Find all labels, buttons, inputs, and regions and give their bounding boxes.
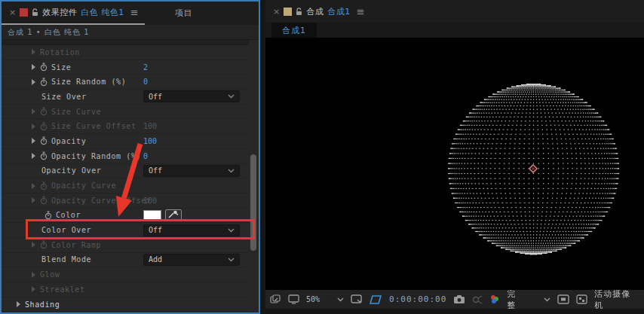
dropdown-value: Off — [149, 93, 162, 101]
property-row-shading[interactable]: Shading — [2, 297, 249, 312]
transparency-grid-icon[interactable] — [576, 294, 587, 304]
panel-menu-icon[interactable]: ≡ — [357, 6, 365, 17]
property-label: Opacity Random (%) — [51, 152, 141, 160]
property-value[interactable]: 0 — [143, 78, 148, 86]
dropdown-blend-mode[interactable]: Add — [143, 254, 240, 266]
dropdown-value: Off — [149, 166, 162, 175]
layer-color-label[interactable] — [20, 8, 28, 17]
region-of-interest-icon[interactable] — [351, 294, 363, 305]
stopwatch-icon[interactable] — [40, 196, 48, 205]
property-label: Size Over — [41, 93, 87, 101]
composition-viewer[interactable] — [265, 38, 644, 290]
mask-visibility-icon[interactable] — [370, 294, 382, 305]
property-row-opacity[interactable]: Opacity100 — [2, 134, 249, 149]
composition-panel: × 合成 合成1 ≡ 合成1 50% — [265, 0, 644, 314]
stopwatch-icon[interactable] — [40, 136, 48, 145]
timecode[interactable]: 0:00:00:00 — [389, 294, 446, 304]
property-row-blend-mode[interactable]: Blend ModeAdd — [2, 253, 249, 268]
chevron-down-icon[interactable] — [337, 297, 344, 302]
scrollbar[interactable] — [250, 40, 256, 309]
property-row-rotation[interactable]: Rotation — [2, 45, 249, 60]
expand-triangle-icon[interactable] — [32, 64, 35, 70]
property-row-size-curve-offset[interactable]: Size Curve Offset100 — [2, 119, 249, 134]
stopwatch-icon[interactable] — [40, 107, 48, 116]
property-value[interactable]: 100 — [143, 122, 157, 130]
property-label: Shading — [25, 300, 60, 309]
channel-rgb-icon[interactable] — [489, 294, 500, 304]
expand-triangle-icon[interactable] — [32, 153, 35, 159]
expand-triangle-icon[interactable] — [32, 242, 35, 248]
chevron-down-icon — [228, 258, 235, 262]
tab-effect-controls[interactable]: × 效果控件 白色 纯色1 ≡ — [2, 2, 145, 25]
lock-icon[interactable] — [32, 8, 38, 17]
dropdown-value: Add — [149, 255, 162, 264]
property-value[interactable]: 0 — [143, 152, 148, 160]
comp-color-label[interactable] — [284, 8, 292, 16]
property-label: Color — [56, 211, 81, 219]
close-icon[interactable]: × — [273, 7, 280, 17]
property-label: Streaklet — [40, 285, 85, 294]
property-label: Size — [51, 63, 71, 72]
property-row-opacity-curve[interactable]: Opacity Curve — [2, 178, 249, 194]
property-row-glow[interactable]: Glow — [2, 267, 249, 282]
after-effects-window: × 效果控件 白色 纯色1 ≡ 项目 合成 1 • 白色 纯色 1 Rotati… — [0, 0, 644, 314]
property-row-opacity-over[interactable]: Opacity OverOff — [2, 164, 249, 179]
breadcrumb[interactable]: 合成 1 • 白色 纯色 1 — [2, 25, 259, 40]
property-row-partial[interactable] — [2, 40, 249, 45]
display-icon[interactable] — [288, 294, 299, 304]
property-value[interactable]: 100 — [143, 137, 157, 145]
stopwatch-icon[interactable] — [40, 122, 48, 131]
property-label: Color Ramp — [51, 241, 101, 249]
chevron-down-icon[interactable] — [544, 297, 550, 302]
property-row-size-random[interactable]: Size Random (%)0 — [2, 75, 249, 90]
stopwatch-icon[interactable] — [40, 151, 48, 160]
effect-property-list: RotationSize2Size Random (%)0Size OverOf… — [2, 40, 249, 312]
property-row-opacity-curve-offset[interactable]: Opacity Curve Offset100 — [2, 194, 249, 209]
property-row-size[interactable]: Size2 — [2, 60, 249, 75]
property-value[interactable]: 2 — [143, 63, 148, 72]
camera-view-value[interactable]: 活动摄像机 — [594, 288, 639, 311]
viewer-tab-strip: 合成1 — [265, 23, 644, 38]
property-row-color-ramp[interactable]: Color Ramp — [2, 238, 249, 253]
expand-triangle-icon[interactable] — [32, 272, 35, 278]
composition-tabbar: × 合成 合成1 ≡ — [265, 0, 644, 23]
property-value[interactable]: 100 — [143, 197, 157, 205]
expand-triangle-icon[interactable] — [17, 301, 20, 307]
expand-triangle-icon[interactable] — [32, 108, 35, 114]
expand-triangle-icon[interactable] — [32, 123, 35, 130]
stopwatch-icon[interactable] — [40, 62, 48, 72]
panel-layer-name: 白色 纯色1 — [81, 7, 124, 18]
lock-icon[interactable] — [296, 8, 302, 16]
show-snapshot-icon[interactable] — [472, 295, 483, 304]
property-row-streaklet[interactable]: Streaklet — [2, 282, 249, 297]
property-label: Opacity Over — [41, 166, 101, 175]
zoom-level-value[interactable]: 50% — [306, 295, 320, 303]
effect-controls-tabbar: × 效果控件 白色 纯色1 ≡ 项目 — [2, 2, 259, 25]
snapshot-camera-icon[interactable] — [453, 294, 465, 304]
property-label: Glow — [40, 270, 60, 279]
tab-project[interactable]: 项目 — [175, 8, 193, 19]
dropdown-opacity-over[interactable]: Off — [143, 165, 240, 177]
layers-icon[interactable] — [270, 294, 281, 304]
property-row-opacity-random[interactable]: Opacity Random (%)0 — [2, 149, 249, 164]
stopwatch-icon[interactable] — [40, 78, 48, 87]
expand-triangle-icon[interactable] — [32, 79, 35, 85]
stopwatch-icon[interactable] — [40, 181, 48, 191]
stopwatch-icon[interactable] — [40, 240, 48, 249]
expand-triangle-icon[interactable] — [32, 183, 35, 189]
property-label: Size Random (%) — [51, 78, 126, 86]
expand-triangle-icon[interactable] — [32, 197, 35, 203]
property-row-size-curve[interactable]: Size Curve — [2, 105, 249, 120]
close-icon[interactable]: × — [9, 8, 16, 17]
target-region-icon[interactable] — [557, 294, 569, 304]
property-row-size-over[interactable]: Size OverOff — [2, 90, 249, 105]
dropdown-size-over[interactable]: Off — [143, 90, 240, 102]
panel-menu-icon[interactable]: ≡ — [130, 7, 139, 18]
resolution-value[interactable]: 完整 — [507, 288, 525, 311]
expand-triangle-icon[interactable] — [32, 138, 35, 144]
expand-triangle-icon[interactable] — [32, 49, 35, 55]
expand-triangle-icon[interactable] — [32, 286, 35, 292]
particle-sphere-render — [265, 38, 644, 290]
property-label: Opacity Curve Offset — [51, 197, 151, 205]
viewer-tab-comp1[interactable]: 合成1 — [271, 23, 317, 38]
